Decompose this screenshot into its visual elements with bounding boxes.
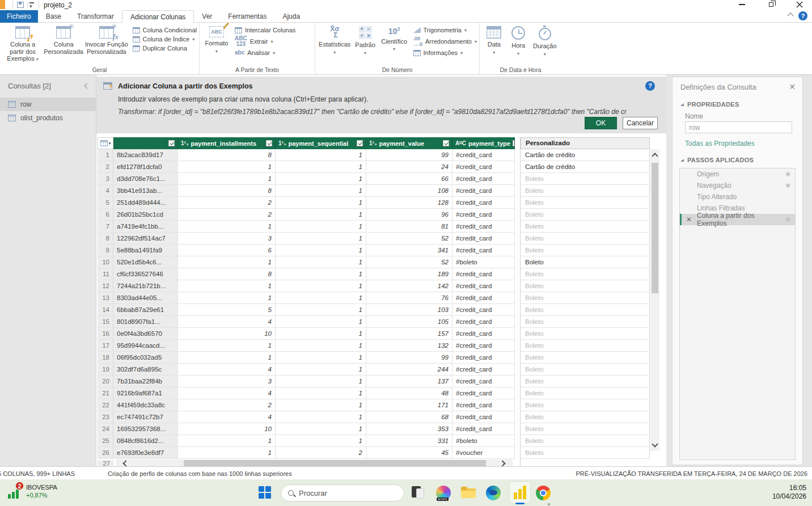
cell-personalizado[interactable]: Boleto [521,197,650,209]
cell-payment-installments[interactable]: 2 [178,197,276,209]
cell-payment-type[interactable]: #credit_card [452,149,515,161]
cell-personalizado[interactable]: Boleto [521,244,650,256]
cell-personalizado[interactable]: Boleto [521,304,650,316]
cell-personalizado[interactable]: Boleto [521,423,650,435]
cell-payment-installments[interactable]: 1 [178,352,276,364]
cell-order-id[interactable]: 8b2acac839d17 [113,149,178,161]
cell-order-id[interactable]: 251dd489d444... [113,197,178,209]
cell-payment-value[interactable]: 128 [366,197,452,209]
cell-payment-installments[interactable]: 5 [178,304,276,316]
cell-payment-sequential[interactable]: 1 [276,328,366,340]
cell-payment-sequential[interactable]: 1 [276,268,366,280]
cell-payment-sequential[interactable]: 1 [276,161,366,173]
cell-payment-installments[interactable]: 6 [178,244,276,256]
help-icon[interactable]: ? [645,81,655,91]
cell-payment-sequential[interactable]: 1 [276,280,366,292]
column-checkbox[interactable] [357,140,363,146]
cell-order-id[interactable]: 7244a21b721b... [113,280,178,292]
cell-payment-value[interactable]: 66 [366,173,452,185]
merge-columns-button[interactable]: Intercalar Colunas [235,27,295,33]
cell-payment-type[interactable]: #credit_card [452,423,515,435]
cell-personalizado[interactable]: Boleto [521,387,650,399]
cell-payment-sequential[interactable]: 1 [276,292,366,304]
ribbon-tab[interactable]: Ver [194,10,220,23]
close-icon[interactable]: ✕ [789,83,796,91]
cell-payment-sequential[interactable]: 1 [276,376,366,387]
cell-payment-sequential[interactable]: 1 [276,173,366,185]
cell-payment-type[interactable]: #credit_card [452,233,515,244]
quick-access-dropdown-icon[interactable]: ▾ [29,1,34,9]
taskbar-search[interactable]: Procurar [281,484,404,501]
cell-payment-value[interactable]: 353 [366,423,452,435]
scientific-button[interactable]: 102 Científico▾ [379,25,410,65]
cell-payment-value[interactable]: 96 [366,209,452,221]
scroll-right-icon[interactable] [499,460,505,466]
column-checkbox[interactable] [168,140,175,146]
cell-payment-installments[interactable]: 3 [178,376,276,387]
cell-personalizado[interactable]: Boleto [521,292,650,304]
cell-payment-installments[interactable]: 1 [178,173,276,185]
cell-payment-sequential[interactable]: 1 [276,185,366,197]
restore-button[interactable] [760,0,783,9]
cell-order-id[interactable]: 6bbab87a29e61 [113,304,178,316]
column-checkbox[interactable] [443,140,449,146]
column-from-examples-button[interactable]: Coluna a partir dos Exemplos ▾ [2,25,43,65]
close-button[interactable] [788,0,811,9]
cell-payment-value[interactable]: 103 [366,304,452,316]
cell-personalizado[interactable]: Boleto [521,173,650,185]
cell-order-id[interactable]: 5e88ba1491fa9 [113,244,178,256]
applied-step-item[interactable]: ✕ Origem ✱ [680,168,795,180]
parse-button[interactable]: abcAnalisar ▾ [235,49,295,56]
cell-order-id[interactable]: a7419e4fc1bb... [113,221,178,233]
edge-browser-button[interactable] [485,485,501,501]
cell-personalizado[interactable]: Boleto [521,435,650,447]
cell-payment-value[interactable]: 81 [366,221,452,233]
cell-payment-installments[interactable]: 10 [178,328,276,340]
cell-payment-value[interactable]: 24 [366,161,452,173]
column-header-payment-installments[interactable]: 1²₃payment_installments [178,137,276,149]
cell-payment-type[interactable]: #credit_card [452,292,515,304]
date-button[interactable]: Data▾ [482,25,506,65]
cell-payment-sequential[interactable]: 1 [276,399,366,411]
cell-payment-sequential[interactable]: 1 [276,244,366,256]
cell-personalizado[interactable]: Boleto [521,280,650,292]
extract-button[interactable]: ABC123Extrair ▾ [235,36,295,47]
cell-payment-type[interactable]: #boleto [452,256,515,268]
query-name-input[interactable]: row [685,121,792,133]
cell-personalizado[interactable]: Boleto [521,340,650,352]
applied-step-item[interactable]: ✕ Tipo Alterado ✱ [680,191,795,203]
cell-payment-value[interactable]: 108 [366,185,452,197]
gear-icon[interactable]: ✱ [785,182,790,189]
cell-payment-value[interactable]: 137 [366,376,452,387]
cell-payment-installments[interactable]: 1 [178,256,276,268]
ribbon-tab[interactable]: Adicionar Colunas [122,10,194,23]
file-explorer-button[interactable] [460,485,476,501]
cell-payment-sequential[interactable]: 1 [276,364,366,376]
cell-payment-type[interactable]: #credit_card [452,209,515,221]
gear-icon[interactable]: ✱ [785,216,790,224]
cell-payment-installments[interactable]: 1 [178,292,276,304]
cell-payment-type[interactable]: #credit_card [452,411,515,423]
cell-payment-type[interactable]: #credit_card [452,161,515,173]
cell-payment-installments[interactable]: 3 [178,233,276,244]
cell-payment-value[interactable]: 341 [366,244,452,256]
cell-personalizado[interactable]: Cartão de crédito [521,161,650,173]
cancel-button[interactable]: Cancelar [623,117,658,129]
cell-payment-type[interactable]: #credit_card [452,316,515,328]
cell-personalizado[interactable]: Boleto [521,316,650,328]
ribbon-tab[interactable]: Ajuda [274,10,308,23]
cell-order-id[interactable]: 26d01b25bc1cd [113,209,178,221]
cell-payment-value[interactable]: 132 [366,340,452,352]
cell-payment-value[interactable]: 142 [366,280,452,292]
cell-payment-sequential[interactable]: 1 [276,197,366,209]
ribbon-tab[interactable]: Ferramentas [220,10,274,23]
applied-step-item[interactable]: ✕ Navegação ✱ [680,180,795,191]
cell-payment-type[interactable]: #credit_card [452,185,515,197]
chrome-button[interactable] [535,485,551,501]
cell-payment-installments[interactable]: 2 [178,399,276,411]
copilot-m365-button[interactable]: M365 [435,485,451,501]
cell-order-id[interactable]: 122962df514ac7 [113,233,178,244]
standard-button[interactable]: +−÷× Padrão▾ [352,25,378,65]
scroll-down-icon[interactable] [652,441,658,447]
column-header-payment-sequential[interactable]: 1²₃payment_sequential [276,137,366,149]
